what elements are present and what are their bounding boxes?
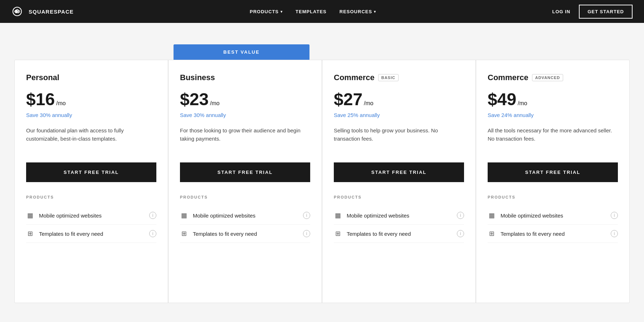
feature-left: ▦ Mobile optimized websites xyxy=(488,211,563,219)
products-label: PRODUCTS xyxy=(180,195,310,199)
feature-icon-0: ▦ xyxy=(180,211,188,219)
feature-item-0: ▦ Mobile optimized websites i xyxy=(334,206,464,225)
nav-resources-link[interactable]: RESOURCES ▾ xyxy=(340,9,376,14)
feature-icon-1: ⊞ xyxy=(26,230,34,238)
plan-name: Business xyxy=(180,73,215,82)
price-period: /mo xyxy=(518,100,527,107)
plan-name: Commerce xyxy=(488,73,528,82)
feature-label-0: Mobile optimized websites xyxy=(39,213,102,219)
feature-item-0: ▦ Mobile optimized websites i xyxy=(26,206,156,225)
info-icon-1[interactable]: i xyxy=(611,230,618,237)
feature-label-1: Templates to fit every need xyxy=(193,231,257,237)
nav-left: SQUARESPACE xyxy=(11,6,74,17)
start-free-trial-button[interactable]: START FREE TRIAL xyxy=(180,162,310,182)
feature-icon-1: ⊞ xyxy=(488,230,496,238)
nav-templates-link[interactable]: TEMPLATES xyxy=(296,9,327,14)
feature-item-1: ⊞ Templates to fit every need i xyxy=(26,225,156,243)
feature-item-1: ⊞ Templates to fit every need i xyxy=(180,225,310,243)
feature-left: ▦ Mobile optimized websites xyxy=(180,211,255,219)
plan-name-row: Commerce BASIC xyxy=(334,73,464,82)
products-chevron-icon: ▾ xyxy=(280,10,283,14)
plan-card-3: Commerce ADVANCED $49 /mo Save 24% annua… xyxy=(476,60,630,303)
feature-item-0: ▦ Mobile optimized websites i xyxy=(180,206,310,225)
feature-label-1: Templates to fit every need xyxy=(39,231,103,237)
price-dollar: $16 xyxy=(26,89,55,109)
plan-name-row: Commerce ADVANCED xyxy=(488,73,618,82)
info-icon-0[interactable]: i xyxy=(457,212,464,219)
feature-icon-0: ▦ xyxy=(26,211,34,219)
feature-label-0: Mobile optimized websites xyxy=(193,213,255,219)
plan-badge: BASIC xyxy=(378,74,399,81)
price-dollar: $49 xyxy=(488,89,516,109)
price-period: /mo xyxy=(364,100,374,107)
plan-name-row: Business xyxy=(180,73,310,82)
price-period: /mo xyxy=(210,100,220,107)
price-save[interactable]: Save 24% annually xyxy=(488,112,618,118)
start-free-trial-button[interactable]: START FREE TRIAL xyxy=(488,162,618,182)
info-icon-1[interactable]: i xyxy=(303,230,310,237)
feature-label-0: Mobile optimized websites xyxy=(347,213,409,219)
best-value-banner: BEST VALUE xyxy=(174,44,309,60)
login-link[interactable]: LOG IN xyxy=(552,9,570,14)
nav-right: LOG IN GET STARTED xyxy=(552,5,633,19)
plan-badge: ADVANCED xyxy=(532,74,564,81)
feature-left: ⊞ Templates to fit every need xyxy=(26,230,103,238)
price-row: $23 /mo xyxy=(180,89,310,109)
feature-label-0: Mobile optimized websites xyxy=(501,213,563,219)
plan-description: For those looking to grow their audience… xyxy=(180,127,310,152)
plan-name: Personal xyxy=(26,73,59,82)
info-icon-0[interactable]: i xyxy=(149,212,156,219)
feature-label-1: Templates to fit every need xyxy=(347,231,411,237)
info-icon-0[interactable]: i xyxy=(611,212,618,219)
price-dollar: $23 xyxy=(180,89,209,109)
feature-left: ⊞ Templates to fit every need xyxy=(488,230,565,238)
start-free-trial-button[interactable]: START FREE TRIAL xyxy=(334,162,464,182)
price-period: /mo xyxy=(56,100,66,107)
price-dollar: $27 xyxy=(334,89,362,109)
feature-item-1: ⊞ Templates to fit every need i xyxy=(488,225,618,243)
feature-icon-0: ▦ xyxy=(334,211,342,219)
price-save[interactable]: Save 30% annually xyxy=(26,112,156,118)
price-save[interactable]: Save 25% annually xyxy=(334,112,464,118)
products-label: PRODUCTS xyxy=(334,195,464,199)
price-row: $27 /mo xyxy=(334,89,464,109)
nav-products-link[interactable]: PRODUCTS ▾ xyxy=(250,9,283,14)
price-row: $49 /mo xyxy=(488,89,618,109)
feature-icon-0: ▦ xyxy=(488,211,496,219)
feature-item-1: ⊞ Templates to fit every need i xyxy=(334,225,464,243)
plan-name-row: Personal xyxy=(26,73,156,82)
plan-card-2: Commerce BASIC $27 /mo Save 25% annually… xyxy=(322,60,476,303)
feature-label-1: Templates to fit every need xyxy=(501,231,565,237)
feature-left: ▦ Mobile optimized websites xyxy=(334,211,409,219)
best-value-row: BEST VALUE xyxy=(14,44,630,60)
feature-left: ▦ Mobile optimized websites xyxy=(26,211,102,219)
products-label: PRODUCTS xyxy=(26,195,156,199)
pricing-section: BEST VALUE Personal $16 /mo Save 30% ann… xyxy=(0,23,644,322)
start-free-trial-button[interactable]: START FREE TRIAL xyxy=(26,162,156,182)
navbar: SQUARESPACE PRODUCTS ▾ TEMPLATES RESOURC… xyxy=(0,0,644,23)
resources-chevron-icon: ▾ xyxy=(374,10,376,14)
info-icon-0[interactable]: i xyxy=(303,212,310,219)
feature-icon-1: ⊞ xyxy=(334,230,342,238)
feature-icon-1: ⊞ xyxy=(180,230,188,238)
plan-description: Our foundational plan with access to ful… xyxy=(26,127,156,152)
plan-description: All the tools necessary for the more adv… xyxy=(488,127,618,152)
plan-name: Commerce xyxy=(334,73,375,82)
plan-card-0: Personal $16 /mo Save 30% annually Our f… xyxy=(14,60,168,303)
squarespace-logo-icon xyxy=(11,6,23,17)
feature-left: ⊞ Templates to fit every need xyxy=(180,230,257,238)
price-save[interactable]: Save 30% annually xyxy=(180,112,310,118)
price-row: $16 /mo xyxy=(26,89,156,109)
feature-item-0: ▦ Mobile optimized websites i xyxy=(488,206,618,225)
plan-card-1: Business $23 /mo Save 30% annually For t… xyxy=(168,60,322,303)
feature-left: ⊞ Templates to fit every need xyxy=(334,230,411,238)
products-label: PRODUCTS xyxy=(488,195,618,199)
info-icon-1[interactable]: i xyxy=(457,230,464,237)
info-icon-1[interactable]: i xyxy=(149,230,156,237)
pricing-cards-container: Personal $16 /mo Save 30% annually Our f… xyxy=(14,60,630,303)
plan-description: Selling tools to help grow your business… xyxy=(334,127,464,152)
nav-center: PRODUCTS ▾ TEMPLATES RESOURCES ▾ xyxy=(250,9,376,14)
brand-name: SQUARESPACE xyxy=(29,9,74,15)
get-started-button[interactable]: GET STARTED xyxy=(579,5,633,19)
